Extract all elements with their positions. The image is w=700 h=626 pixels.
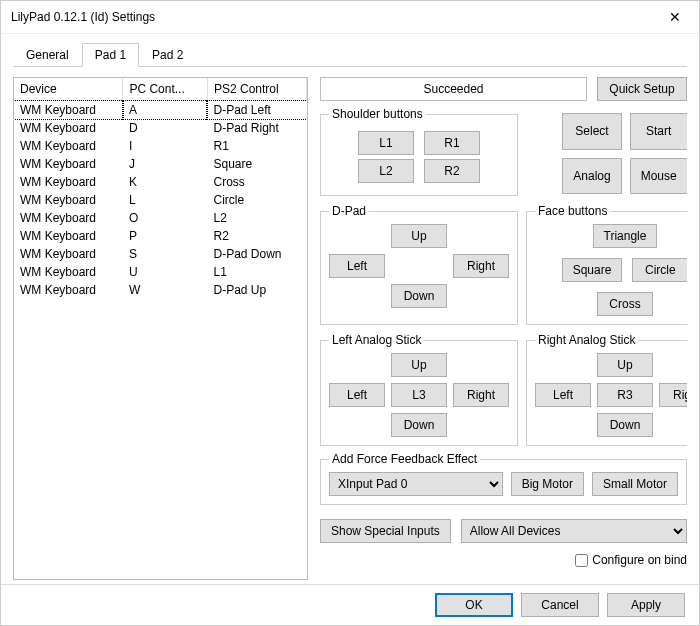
settings-window: LilyPad 0.12.1 (Id) Settings ✕ General P…: [0, 0, 700, 626]
table-row[interactable]: WM KeyboardIR1: [14, 137, 307, 155]
triangle-button[interactable]: Triangle: [593, 224, 658, 248]
small-motor-button[interactable]: Small Motor: [592, 472, 678, 496]
table-row[interactable]: WM KeyboardDD-Pad Right: [14, 119, 307, 137]
configure-on-bind-input[interactable]: [575, 554, 588, 567]
face-label: Face buttons: [535, 204, 610, 218]
cell-pc: U: [123, 263, 208, 281]
tab-pad1[interactable]: Pad 1: [82, 43, 139, 67]
table-row[interactable]: WM KeyboardJSquare: [14, 155, 307, 173]
big-motor-button[interactable]: Big Motor: [511, 472, 584, 496]
cell-ps2: Cross: [207, 173, 306, 191]
dpad-label: D-Pad: [329, 204, 369, 218]
dpad-down-button[interactable]: Down: [391, 284, 447, 308]
table-row[interactable]: WM KeyboardKCross: [14, 173, 307, 191]
cell-device: WM Keyboard: [14, 245, 123, 263]
cell-device: WM Keyboard: [14, 173, 123, 191]
col-device[interactable]: Device: [14, 78, 123, 101]
table-row[interactable]: WM KeyboardPR2: [14, 227, 307, 245]
l2-button[interactable]: L2: [358, 159, 414, 183]
face-group: Face buttons Triangle Square Circle Cros…: [526, 204, 687, 325]
right-stick-label: Right Analog Stick: [535, 333, 638, 347]
tab-general[interactable]: General: [13, 43, 82, 67]
cell-device: WM Keyboard: [14, 155, 123, 173]
cell-ps2: Square: [207, 155, 306, 173]
cell-pc: I: [123, 137, 208, 155]
circle-button[interactable]: Circle: [632, 258, 687, 282]
analog-button[interactable]: Analog: [562, 158, 621, 195]
col-ps2[interactable]: PS2 Control: [207, 78, 306, 101]
show-special-inputs-button[interactable]: Show Special Inputs: [320, 519, 451, 543]
cell-device: WM Keyboard: [14, 209, 123, 227]
cell-ps2: R1: [207, 137, 306, 155]
close-icon[interactable]: ✕: [661, 7, 689, 27]
dpad-right-button[interactable]: Right: [453, 254, 509, 278]
cell-pc: O: [123, 209, 208, 227]
bindings-table[interactable]: Device PC Cont... PS2 Control WM Keyboar…: [14, 78, 307, 299]
ok-button[interactable]: OK: [435, 593, 513, 617]
ffb-device-select[interactable]: XInput Pad 0: [329, 472, 503, 496]
r3-button[interactable]: R3: [597, 383, 653, 407]
cell-device: WM Keyboard: [14, 101, 123, 120]
ls-up-button[interactable]: Up: [391, 353, 447, 377]
cell-device: WM Keyboard: [14, 191, 123, 209]
device-filter-select[interactable]: Allow All Devices: [461, 519, 687, 543]
rs-right-button[interactable]: Right: [659, 383, 687, 407]
titlebar: LilyPad 0.12.1 (Id) Settings ✕: [1, 1, 699, 34]
right-stick-group: Right Analog Stick . Up . Left R3 Right …: [526, 333, 687, 446]
left-stick-label: Left Analog Stick: [329, 333, 424, 347]
square-button[interactable]: Square: [562, 258, 623, 282]
window-title: LilyPad 0.12.1 (Id) Settings: [11, 10, 155, 24]
configure-on-bind-checkbox[interactable]: Configure on bind: [575, 553, 687, 567]
rs-down-button[interactable]: Down: [597, 413, 653, 437]
cancel-button[interactable]: Cancel: [521, 593, 599, 617]
cell-pc: W: [123, 281, 208, 299]
col-pc[interactable]: PC Cont...: [123, 78, 208, 101]
select-button[interactable]: Select: [562, 113, 621, 150]
start-button[interactable]: Start: [630, 113, 687, 150]
status-box: Succeeded: [320, 77, 587, 101]
cell-ps2: L1: [207, 263, 306, 281]
r1-button[interactable]: R1: [424, 131, 480, 155]
dpad-group: D-Pad . Up . Left . Right . Down .: [320, 204, 518, 325]
cell-ps2: D-Pad Down: [207, 245, 306, 263]
quick-setup-button[interactable]: Quick Setup: [597, 77, 687, 101]
cell-ps2: L2: [207, 209, 306, 227]
content-area: General Pad 1 Pad 2 Device PC Cont... PS…: [1, 34, 699, 584]
r2-button[interactable]: R2: [424, 159, 480, 183]
tab-pad2[interactable]: Pad 2: [139, 43, 196, 67]
tab-strip: General Pad 1 Pad 2: [13, 42, 687, 67]
cell-device: WM Keyboard: [14, 263, 123, 281]
table-row[interactable]: WM KeyboardSD-Pad Down: [14, 245, 307, 263]
cell-pc: L: [123, 191, 208, 209]
dpad-up-button[interactable]: Up: [391, 224, 447, 248]
table-row[interactable]: WM KeyboardLCircle: [14, 191, 307, 209]
mouse-button[interactable]: Mouse: [630, 158, 687, 195]
ffb-group: Add Force Feedback Effect XInput Pad 0 B…: [320, 452, 687, 505]
rs-up-button[interactable]: Up: [597, 353, 653, 377]
bindings-panel: Device PC Cont... PS2 Control WM Keyboar…: [13, 77, 308, 580]
configure-on-bind-label: Configure on bind: [592, 553, 687, 567]
table-row[interactable]: WM KeyboardOL2: [14, 209, 307, 227]
cell-device: WM Keyboard: [14, 227, 123, 245]
ls-left-button[interactable]: Left: [329, 383, 385, 407]
table-row[interactable]: WM KeyboardUL1: [14, 263, 307, 281]
cell-pc: A: [123, 101, 208, 120]
cross-button[interactable]: Cross: [597, 292, 653, 316]
misc-buttons: Select Start Analog Mouse: [526, 107, 687, 196]
l1-button[interactable]: L1: [358, 131, 414, 155]
cell-ps2: D-Pad Right: [207, 119, 306, 137]
pad1-body: Device PC Cont... PS2 Control WM Keyboar…: [13, 67, 687, 580]
cell-pc: J: [123, 155, 208, 173]
shoulder-group: Shoulder buttons L1 R1 L2 R2: [320, 107, 518, 196]
cell-ps2: R2: [207, 227, 306, 245]
table-row[interactable]: WM KeyboardAD-Pad Left: [14, 101, 307, 120]
rs-left-button[interactable]: Left: [535, 383, 591, 407]
ls-down-button[interactable]: Down: [391, 413, 447, 437]
l3-button[interactable]: L3: [391, 383, 447, 407]
ls-right-button[interactable]: Right: [453, 383, 509, 407]
ffb-label: Add Force Feedback Effect: [329, 452, 480, 466]
table-row[interactable]: WM KeyboardWD-Pad Up: [14, 281, 307, 299]
cell-device: WM Keyboard: [14, 137, 123, 155]
apply-button[interactable]: Apply: [607, 593, 685, 617]
dpad-left-button[interactable]: Left: [329, 254, 385, 278]
